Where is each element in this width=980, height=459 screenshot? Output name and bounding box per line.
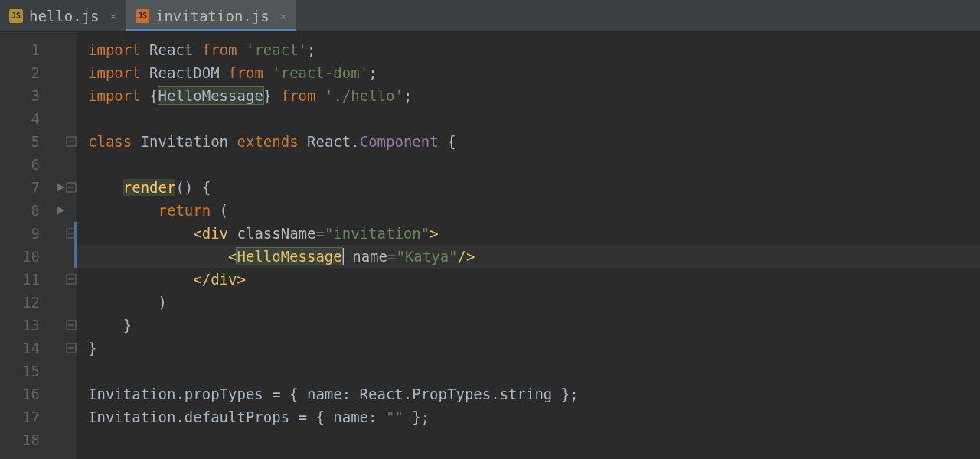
line-number: 6 xyxy=(0,153,77,176)
svg-marker-5 xyxy=(57,206,64,215)
js-file-icon: JS xyxy=(136,9,149,23)
change-marker xyxy=(74,222,77,268)
code-line: import React from 'react'; xyxy=(77,38,980,61)
line-number: 5 xyxy=(0,130,77,153)
line-number: 4 xyxy=(0,107,77,130)
line-number: 15 xyxy=(0,360,77,382)
code-line: import {HelloMessage} from './hello'; xyxy=(77,84,980,107)
line-number: 10 xyxy=(0,245,77,268)
run-gutter-icon[interactable] xyxy=(55,182,66,193)
code-line: class Invitation extends React.Component… xyxy=(77,130,980,153)
js-file-icon: JS xyxy=(9,9,23,23)
tab-bar: JS hello.js × JS invitation.js × xyxy=(0,0,980,32)
code-line: import ReactDOM from 'react-dom'; xyxy=(77,61,980,84)
line-number: 11 xyxy=(0,268,77,291)
fold-close-icon[interactable] xyxy=(66,343,77,353)
line-number: 17 xyxy=(0,405,77,428)
code-line: } xyxy=(77,314,980,337)
code-line xyxy=(77,107,980,130)
code-editor[interactable]: 1 2 3 4 5 6 7 8 9 10 11 12 13 14 15 16 1… xyxy=(0,32,980,459)
code-line xyxy=(77,153,980,176)
code-line: Invitation.propTypes = { name: React.Pro… xyxy=(77,382,980,405)
line-number: 2 xyxy=(0,61,77,84)
code-area[interactable]: import React from 'react'; import ReactD… xyxy=(77,32,980,459)
fold-minus-icon[interactable] xyxy=(66,136,77,147)
line-number: 3 xyxy=(0,84,77,107)
tab-label: invitation.js xyxy=(155,8,270,24)
code-line: Invitation.defaultProps = { name: "" }; xyxy=(77,405,980,428)
code-line: return ( xyxy=(77,199,980,222)
tab-invitation-js[interactable]: JS invitation.js × xyxy=(126,0,296,31)
tab-hello-js[interactable]: JS hello.js × xyxy=(0,0,126,31)
close-icon[interactable]: × xyxy=(110,10,116,22)
code-line xyxy=(77,360,980,382)
run-gutter-icon[interactable] xyxy=(55,205,66,216)
code-line: ) xyxy=(77,291,980,314)
line-number: 12 xyxy=(0,291,77,314)
fold-close-icon[interactable] xyxy=(66,274,77,285)
close-icon[interactable]: × xyxy=(280,10,286,22)
line-number: 9 xyxy=(0,222,77,245)
line-number: 16 xyxy=(0,382,77,405)
code-line xyxy=(77,428,980,451)
svg-marker-2 xyxy=(57,183,64,192)
line-number: 18 xyxy=(0,428,77,451)
line-number: 1 xyxy=(0,38,77,61)
tab-label: hello.js xyxy=(29,8,100,24)
line-number: 14 xyxy=(0,337,77,360)
gutter: 1 2 3 4 5 6 7 8 9 10 11 12 13 14 15 16 1… xyxy=(0,32,77,459)
code-line: render() { xyxy=(77,176,980,199)
code-line: <div className="invitation"> xyxy=(77,222,980,245)
line-number: 13 xyxy=(0,314,77,337)
code-line-current: <HelloMessage name="Katya"/> xyxy=(77,245,980,268)
fold-minus-icon[interactable] xyxy=(66,182,77,193)
code-line: </div> xyxy=(77,268,980,291)
line-number: 8 xyxy=(0,199,77,222)
line-number: 7 xyxy=(0,176,77,199)
fold-close-icon[interactable] xyxy=(66,320,77,330)
code-line: } xyxy=(77,337,980,360)
